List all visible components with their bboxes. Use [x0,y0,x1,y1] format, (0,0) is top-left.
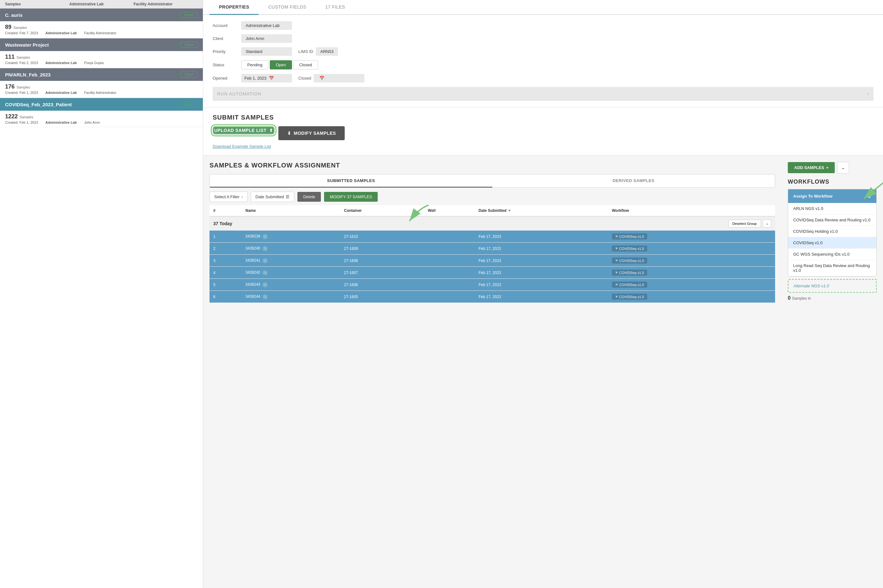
workflow-remove-icon[interactable]: ✕ [615,246,618,250]
cell-name: 3439240 i [242,243,340,255]
alternate-ngs-box[interactable]: Alternate NGS v1.0 [788,279,877,293]
cell-workflow: ✕ COVIDSeq v1.0 [608,255,775,267]
tab-properties[interactable]: PROPERTIES [209,0,259,15]
lims-id-label: LIMS ID [298,49,313,54]
info-icon[interactable]: i [262,258,268,263]
cell-well [424,279,475,291]
opened-label: Opened [213,76,241,81]
table-row[interactable]: 4 3439242 i 27-1607 Feb 17, 2023 [209,267,775,279]
project-header-cauris[interactable]: C. auris Open [0,9,203,21]
filter-select[interactable]: Select A Filter › [209,192,248,202]
info-icon[interactable]: i [262,246,268,251]
status-closed-btn[interactable]: Closed [293,60,318,69]
sub-tab-submitted[interactable]: SUBMITTED SAMPLES [210,174,492,188]
project-item-cauris: C. auris Open 89 Samples Created: Feb 7,… [0,9,203,38]
closed-date-field[interactable]: 📅 [314,74,364,82]
date-filter[interactable]: Date Submitted ☰ [251,192,295,202]
info-icon[interactable]: i [262,294,268,299]
delete-btn[interactable]: Delete [298,192,321,202]
tab-files[interactable]: 17 FILES [316,0,355,15]
cell-container: 27-1610 [340,231,424,243]
cell-date: Feb 17, 2023 [475,243,608,255]
samples-table: # Name Container Well Date Submitted ▼ W… [209,205,775,303]
project-header-covidseq[interactable]: COVIDSeq_Feb_2023_Patient Open [0,98,203,111]
chevron-down-icon-dropdown: ⌄ [867,193,871,199]
workflow-name: COVIDSeq v1.0 [619,247,644,250]
modify-samples-btn[interactable]: ⬇ MODIFY SAMPLES [278,126,345,140]
expand-group-btn[interactable]: ⌄ [763,219,771,227]
workflow-remove-icon[interactable]: ✕ [615,258,618,262]
deselect-group-btn[interactable]: Deselect Group [728,220,761,227]
lims-id-value: ARN53 [316,47,338,56]
cell-well [424,291,475,303]
upload-sample-list-btn[interactable]: UPLOAD SAMPLE LIST ⬆ [213,126,275,135]
user-covidseq: John Arnn [84,120,100,124]
cell-well [424,243,475,255]
project-details-cauris: 89 Samples Created: Feb 7, 2023 Administ… [0,21,203,38]
project-details-pnarln: 176 Samples Created: Feb 1, 2023 Adminis… [0,81,203,98]
workflow-remove-icon[interactable]: ✕ [615,283,618,287]
workflow-remove-icon[interactable]: ✕ [615,295,618,299]
user-cauris: Facility Administrator [84,31,116,35]
workflow-item-covidseq-review[interactable]: COVIDSeq Data Review and Routing v1.0 [788,214,876,226]
project-header-wastewater[interactable]: Wastewater Project Open [0,38,203,51]
workflow-badge: ✕ COVIDSeq v1.0 [612,233,647,240]
project-name-wastewater: Wastewater Project [5,42,49,48]
workflow-remove-icon[interactable]: ✕ [615,234,618,238]
cell-date: Feb 17, 2023 [475,279,608,291]
filter-arrow-icon: › [241,194,242,199]
created-cauris: Created: Feb 7, 2023 [5,31,38,35]
info-icon[interactable]: i [262,270,268,275]
add-samples-row: ADD SAMPLES + ⌄ [788,162,877,174]
group-label: 37 Today [213,221,232,226]
col-container: Container [340,205,424,216]
samples-count-pnarln: 176 [5,83,15,90]
samples-label-pnarln: Samples [17,86,30,89]
add-samples-btn[interactable]: ADD SAMPLES + [788,162,835,173]
info-icon[interactable]: i [262,234,268,239]
cell-date: Feb 17, 2023 [475,267,608,279]
cell-num: 4 [209,267,242,279]
run-automation-btn[interactable]: RUN AUTOMATION › [213,87,874,101]
modify-37-samples-btn[interactable]: MODIFY 37 SAMPLES [324,192,378,202]
status-pending-btn[interactable]: Pending [241,60,269,69]
project-status-covidseq: Open [180,101,198,108]
table-row[interactable]: 2 3439240 i 27-1609 Feb 17, 2023 [209,243,775,255]
cell-date: Feb 17, 2023 [475,255,608,267]
tab-custom-fields[interactable]: CUSTOM FIELDS [259,0,316,15]
sub-tab-derived[interactable]: DERIVED SAMPLES [492,174,775,188]
account-label: Account [213,23,241,28]
table-row[interactable]: 1 3439239 i 27-1610 Feb 17, 2023 [209,231,775,243]
workflow-item-arln[interactable]: ARLN NGS v1.0 [788,203,876,214]
cell-container: 27-1605 [340,291,424,303]
workflow-badge: ✕ COVIDSeq v1.0 [612,294,647,300]
info-icon[interactable]: i [262,282,268,287]
workflow-dropdown: Assign To Workflow ⌄ ARLN NGS v1.0 COVID… [788,189,877,276]
table-header-row: # Name Container Well Date Submitted ▼ W… [209,205,775,216]
samples-label-wastewater: Samples [17,56,30,59]
project-header-pnarln[interactable]: PN/ARLN_Feb_2023 Open [0,68,203,81]
cell-num: 1 [209,231,242,243]
add-samples-label: ADD SAMPLES [794,165,824,170]
table-row[interactable]: 6 3439244 i 27-1605 Feb 17, 2023 [209,291,775,303]
workflow-dropdown-header[interactable]: Assign To Workflow ⌄ [788,189,876,203]
workflow-item-covidseq[interactable]: COVIDSeq v1.0 [788,237,876,249]
workflow-remove-icon[interactable]: ✕ [615,270,618,274]
closed-label: Closed [298,76,311,81]
collapse-btn[interactable]: ⌄ [837,162,849,174]
status-open-btn[interactable]: Open [270,60,292,69]
opened-date-field[interactable]: Feb 1, 2023 📅 [241,74,292,82]
priority-value: Standard [241,47,292,56]
modify-arrow-icon: ⬇ [287,130,291,136]
project-name-pnarln: PN/ARLN_Feb_2023 [5,72,50,77]
project-status-cauris: Open [180,12,198,18]
cell-num: 2 [209,243,242,255]
workflow-item-long-read[interactable]: Long Read Seq Data Review and Routing v1… [788,260,876,276]
download-example-link[interactable]: Download Example Sample List [213,144,271,149]
workflow-item-covidseq-holding[interactable]: COVIDSeq Holding v1.0 [788,226,876,237]
plus-icon: + [826,165,829,170]
table-row[interactable]: 5 3439243 i 27-1606 Feb 17, 2023 [209,279,775,291]
workflow-item-gc-wgs[interactable]: GC WGS Sequencing IDs v1.0 [788,249,876,260]
table-row[interactable]: 3 3439241 i 27-1608 Feb 17, 2023 [209,255,775,267]
samples-workflow-title: SAMPLES & WORKFLOW ASSIGNMENT [209,162,775,169]
